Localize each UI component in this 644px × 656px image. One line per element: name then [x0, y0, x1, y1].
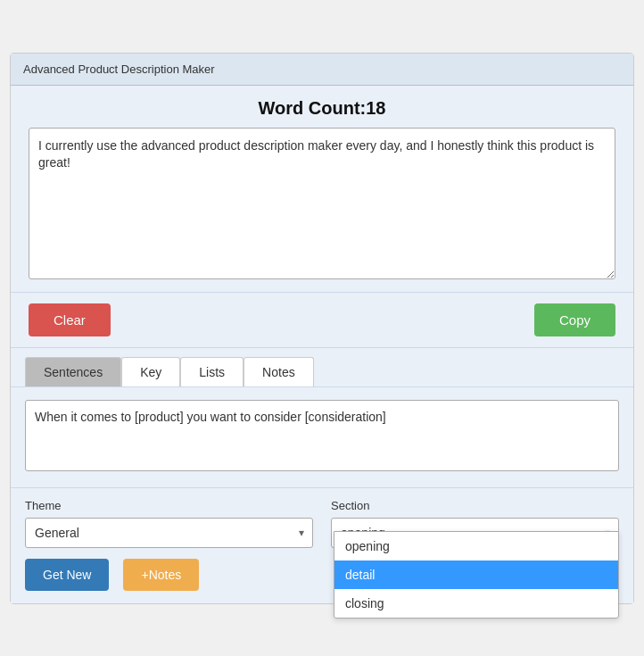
- get-new-button[interactable]: Get New: [25, 559, 109, 591]
- dropdown-item-opening[interactable]: opening: [334, 532, 618, 561]
- section-dropdown-overlay: opening detail closing: [334, 531, 619, 619]
- content-area: [11, 387, 633, 488]
- tabs-row: Sentences Key Lists Notes: [25, 357, 619, 386]
- controls-row: Theme General ▾ Section opening detail c…: [25, 499, 619, 548]
- tab-key[interactable]: Key: [121, 357, 180, 386]
- content-textarea[interactable]: [25, 400, 619, 471]
- word-count-section: Word Count:18: [11, 86, 633, 293]
- tabs-section: Sentences Key Lists Notes: [11, 348, 633, 387]
- tab-sentences[interactable]: Sentences: [25, 357, 121, 386]
- theme-label: Theme: [25, 499, 313, 512]
- copy-button[interactable]: Copy: [534, 303, 615, 336]
- app-window: Advanced Product Description Maker Word …: [10, 53, 634, 604]
- theme-group: Theme General ▾: [25, 499, 313, 548]
- theme-select[interactable]: General: [25, 518, 313, 548]
- section-group: Section opening detail closing ▾ opening…: [331, 499, 619, 548]
- section-label: Section: [331, 499, 619, 512]
- tab-notes[interactable]: Notes: [244, 357, 314, 386]
- word-count-title: Word Count:18: [29, 98, 615, 119]
- clear-button[interactable]: Clear: [29, 303, 111, 336]
- main-textarea[interactable]: [29, 128, 615, 279]
- title-bar: Advanced Product Description Maker: [11, 54, 633, 86]
- button-row: Clear Copy: [11, 293, 633, 348]
- add-notes-button[interactable]: +Notes: [123, 559, 199, 591]
- dropdown-item-closing[interactable]: closing: [334, 589, 618, 618]
- tab-lists[interactable]: Lists: [180, 357, 244, 386]
- controls-section: Theme General ▾ Section opening detail c…: [11, 488, 633, 603]
- dropdown-item-detail[interactable]: detail: [334, 561, 618, 589]
- theme-select-wrapper: General ▾: [25, 518, 313, 548]
- app-title: Advanced Product Description Maker: [23, 62, 215, 76]
